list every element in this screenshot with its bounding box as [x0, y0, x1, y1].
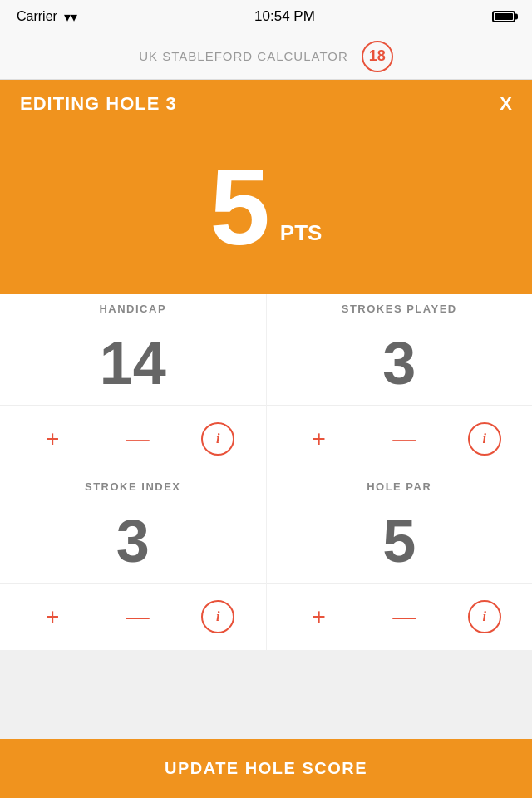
points-value: 5 [210, 153, 270, 261]
stroke-index-label: STROKE INDEX [0, 472, 266, 500]
handicap-info-button[interactable]: i [201, 422, 234, 456]
strokes-played-value: 3 [267, 322, 533, 405]
handicap-value: 14 [0, 322, 266, 405]
stroke-index-value: 3 [0, 500, 266, 583]
strokes-controls: + — i [267, 405, 533, 472]
battery-icon [492, 11, 515, 22]
hole-par-label: HOLE PAR [267, 472, 533, 500]
row1-controls: + — i + — i [0, 405, 532, 472]
handicap-controls: + — i [0, 405, 266, 472]
stroke-index-info-button[interactable]: i [201, 600, 234, 633]
strokes-info-button[interactable]: i [468, 422, 501, 456]
strokes-minus-button[interactable]: — [382, 417, 426, 461]
handicap-plus-button[interactable]: + [31, 417, 74, 461]
points-section: 5 PTS [0, 128, 532, 294]
update-hole-score-button[interactable]: UPDATE HOLE SCORE [0, 739, 532, 798]
status-bar: Carrier ▾▾ 10:54 PM [0, 0, 532, 33]
strokes-played-label: STROKES PLAYED [267, 294, 533, 322]
row1-labels: HANDICAP STROKES PLAYED [0, 294, 532, 322]
row2-labels: STROKE INDEX HOLE PAR [0, 472, 532, 500]
app-header: UK STABLEFORD CALCULATOR 18 [0, 33, 532, 80]
row2-values: 3 5 [0, 500, 532, 583]
hole-par-value: 5 [267, 500, 533, 583]
hole-par-controls: + — i [267, 583, 533, 650]
status-time: 10:54 PM [254, 8, 315, 25]
row1-values: 14 3 [0, 322, 532, 405]
handicap-label: HANDICAP [0, 294, 266, 322]
status-left: Carrier ▾▾ [17, 9, 77, 25]
editing-title: EDITING HOLE 3 [20, 93, 177, 115]
handicap-badge: 18 [362, 41, 393, 72]
wifi-icon: ▾▾ [64, 9, 77, 25]
close-button[interactable]: X [500, 93, 512, 115]
editing-header: EDITING HOLE 3 X [0, 80, 532, 128]
stroke-index-minus-button[interactable]: — [116, 595, 160, 638]
hole-par-minus-button[interactable]: — [382, 595, 426, 638]
hole-par-plus-button[interactable]: + [298, 595, 341, 638]
stroke-index-controls: + — i [0, 583, 266, 650]
strokes-plus-button[interactable]: + [298, 417, 341, 461]
row2-controls: + — i + — i [0, 583, 532, 650]
status-right [492, 11, 515, 22]
app-title: UK STABLEFORD CALCULATOR [139, 49, 348, 63]
handicap-minus-button[interactable]: — [116, 417, 160, 461]
bottom-section: UPDATE HOLE SCORE [0, 739, 532, 798]
stroke-index-plus-button[interactable]: + [31, 595, 74, 638]
points-unit: PTS [280, 220, 323, 246]
carrier-label: Carrier [17, 9, 57, 24]
hole-par-info-button[interactable]: i [468, 600, 501, 633]
